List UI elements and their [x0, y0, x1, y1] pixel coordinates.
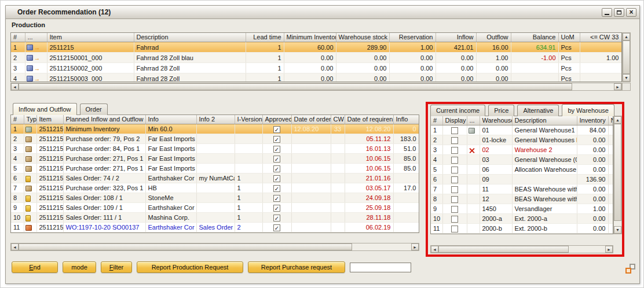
end-button[interactable]: End	[12, 261, 58, 273]
flow-row[interactable]: 72511215Purchase order: 323, Pos 1HB1✓03…	[11, 183, 419, 193]
item-table-hscrollbar[interactable]: ◄►	[10, 83, 622, 91]
warehouse-row[interactable]: 812BEAS Warehouse with Bin0.00	[431, 194, 613, 204]
resize-grip-icon[interactable]	[625, 264, 635, 274]
tab-current-income[interactable]: Current income	[430, 105, 485, 116]
column-header-item-code-cell[interactable]: Item	[36, 115, 63, 124]
column-header-warehouse-stock-cell[interactable]: Warehouse stock	[336, 33, 389, 42]
flow-row[interactable]: 102511215Sales Order: 111 / 1Mashina Cor…	[11, 213, 419, 223]
scroll-left-icon[interactable]: ◄	[431, 246, 438, 253]
display-checkbox[interactable]	[451, 147, 458, 154]
item-table-vscrollbar[interactable]: ▲▼	[622, 32, 631, 82]
scrollbar-track[interactable]	[623, 40, 630, 74]
tab-order[interactable]: Order	[80, 104, 108, 115]
warehouse-row[interactable]: 91450Versandlager1.00	[431, 204, 613, 214]
scroll-right-icon[interactable]: ►	[411, 243, 419, 250]
scroll-up-icon[interactable]: ▲	[614, 116, 621, 124]
warehouse-table-hscrollbar[interactable]: ◄►	[430, 245, 613, 253]
approved-checkbox[interactable]: ✓	[273, 136, 280, 143]
column-header-warehouse-code-cell[interactable]: Warehouse	[480, 116, 512, 125]
approved-checkbox[interactable]: ✓	[273, 205, 280, 212]
warehouse-row[interactable]: 302Warehouse 20.00	[431, 145, 613, 155]
column-header-inventory-cell[interactable]: Inventory	[577, 116, 608, 125]
column-header-info2-cell[interactable]: Info 2	[196, 115, 235, 124]
flow-row[interactable]: 42511215Purchase order: 271, Pos 1Far Ea…	[11, 154, 419, 164]
scrollbar-thumb[interactable]	[614, 124, 621, 221]
warehouse-row[interactable]: 403General Warehouse (03)0.00	[431, 155, 613, 165]
filter-button[interactable]: Filter	[101, 261, 132, 273]
display-checkbox[interactable]	[451, 167, 458, 173]
column-header-clipped-next-column-cell[interactable]: N	[608, 116, 613, 125]
footer-text-input[interactable]	[350, 263, 411, 272]
column-header-inflow-cell[interactable]: Inflow	[436, 33, 476, 42]
scrollbar-thumb[interactable]	[19, 83, 572, 90]
display-checkbox[interactable]	[451, 137, 458, 144]
report-purchase-request-button[interactable]: Report Purchase request	[248, 261, 345, 273]
display-checkbox[interactable]	[451, 196, 458, 203]
column-header-type-icon-cell[interactable]: Typ	[24, 115, 36, 124]
column-header-inflow-cell[interactable]: Inflo	[393, 115, 419, 124]
column-header-minimum-inventory-cell[interactable]: Minimum Inventory	[284, 33, 336, 42]
column-header-uom-cell[interactable]: UoM	[558, 33, 580, 42]
column-header-planned-inflow-outflow-cell[interactable]: Planned Inflow and Outflow	[63, 115, 145, 124]
scroll-left-icon[interactable]: ◄	[11, 83, 19, 90]
column-header-description-cell[interactable]: Description	[134, 33, 246, 42]
column-header-row-number-cell[interactable]: #	[11, 115, 24, 124]
item-row[interactable]: 3→25112150002_000Fahrrad 28 Zoll10.000.0…	[11, 63, 621, 73]
approved-checkbox[interactable]: ✓	[273, 175, 280, 182]
tab-alternative[interactable]: Alternative	[517, 105, 559, 116]
column-header-item-icons-cell[interactable]: ...	[25, 33, 47, 42]
scroll-down-icon[interactable]: ▼	[623, 74, 630, 82]
approved-checkbox[interactable]: ✓	[273, 146, 280, 153]
warehouse-row[interactable]: 506Allocation Warehouse (06)0.00	[431, 165, 613, 175]
column-header-warehouse-icon-cell[interactable]: ...	[467, 116, 480, 125]
column-header-item-code-cell[interactable]: Item	[47, 33, 134, 42]
display-checkbox[interactable]	[451, 157, 458, 164]
column-header-approved-cell[interactable]: Approved	[262, 115, 291, 124]
restore-button[interactable]	[614, 8, 624, 17]
flow-row[interactable]: 12511215Minimum InventoryMin 60.0✓12.08.…	[11, 124, 419, 134]
scroll-up-icon[interactable]: ▲	[623, 33, 630, 40]
column-header-date-of-requirement-cell[interactable]: Date of requiren	[345, 115, 393, 124]
scrollbar-thumb[interactable]	[438, 246, 569, 253]
tab-inflow-and-outflow[interactable]: Inflow and Outflow	[13, 103, 77, 115]
column-header-row-number-cell[interactable]: #	[11, 33, 25, 42]
approved-checkbox[interactable]: ✓	[273, 215, 280, 221]
warehouse-row[interactable]: 711BEAS Warehouse with Bin0.00	[431, 184, 613, 194]
flow-row[interactable]: 112511215WO:1197-10-20 SO00137Earthshake…	[11, 223, 419, 232]
column-header-cw-qty-cell[interactable]: <= CW 33	[580, 33, 621, 42]
scrollbar-track[interactable]	[614, 124, 621, 226]
mode-button[interactable]: mode	[63, 261, 96, 273]
item-row[interactable]: 2→25112150001_000Fahrrad 28 Zoll blau10.…	[11, 53, 621, 63]
scrollbar-track[interactable]	[19, 243, 411, 250]
approved-checkbox[interactable]: ✓	[273, 156, 280, 163]
item-row[interactable]: 1→2511215Fahrrad160.00289.901.00421.0116…	[11, 42, 621, 53]
warehouse-row[interactable]: 609136.90	[431, 175, 613, 184]
minimize-button[interactable]	[602, 8, 612, 17]
report-production-request-button[interactable]: Report Production Request	[137, 261, 243, 273]
flow-row[interactable]: 62511215Sales Order: 74 / 2Earthshaker C…	[11, 173, 419, 183]
scroll-left-icon[interactable]: ◄	[11, 243, 19, 250]
approved-checkbox[interactable]: ✓	[273, 126, 280, 133]
display-checkbox[interactable]	[451, 176, 458, 183]
scroll-right-icon[interactable]: ►	[614, 83, 621, 90]
column-header-cw-cell[interactable]: CW	[331, 115, 345, 124]
scroll-right-icon[interactable]: ►	[605, 246, 613, 253]
item-row[interactable]: 4→25112150003_000Fahrrad 28 Zoll10.000.0…	[11, 73, 621, 82]
column-header-display-cell[interactable]: Display	[442, 116, 467, 125]
flow-row[interactable]: 32511215Purchase order: 84, Pos 1Far Eas…	[11, 144, 419, 154]
inflow-outflow-hscrollbar[interactable]: ◄►	[10, 243, 419, 251]
warehouse-row[interactable]: 201-lockeGeneral Warehouses locke0.00	[431, 135, 613, 145]
approved-checkbox[interactable]: ✓	[273, 224, 280, 231]
scrollbar-track[interactable]	[19, 83, 614, 90]
warehouse-row[interactable]: 112000-bExt. 2000-b0.00	[431, 224, 613, 234]
drilldown-arrow-icon[interactable]: →	[34, 44, 41, 51]
flow-row[interactable]: 52511215Purchase order: 271, Pos 1Far Ea…	[11, 164, 419, 173]
flow-row[interactable]: 82511215Sales Order: 108 / 1StoneMe1✓24.…	[11, 193, 419, 203]
column-header-balance-cell[interactable]: Balance	[511, 33, 558, 42]
close-button[interactable]: ×	[626, 8, 636, 17]
flow-row[interactable]: 22511215Purchase order: 79, Pos 2Far Eas…	[11, 134, 419, 144]
drilldown-arrow-icon[interactable]: →	[34, 75, 41, 82]
drilldown-arrow-icon[interactable]: →	[34, 54, 41, 61]
tab-price[interactable]: Price	[488, 105, 514, 116]
column-header-info-cell[interactable]: Info	[145, 115, 196, 124]
